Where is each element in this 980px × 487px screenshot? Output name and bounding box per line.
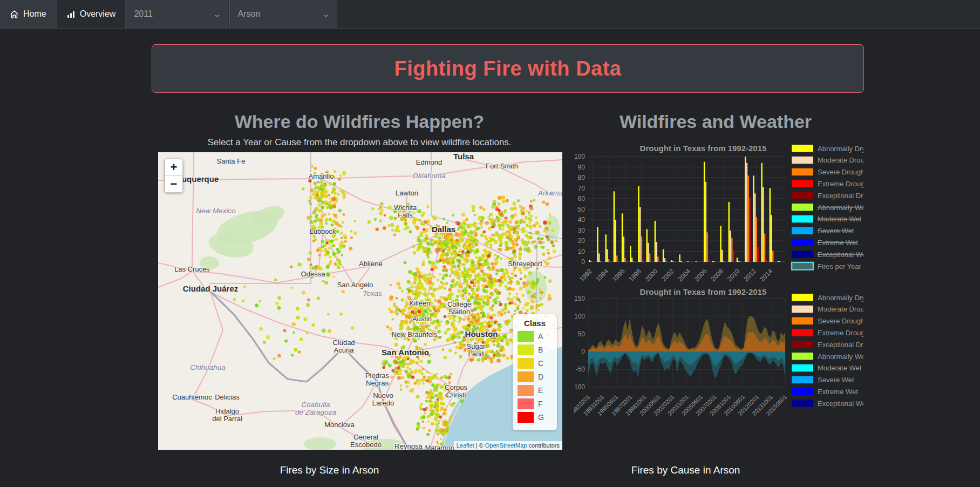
- svg-text:Drought in Texas from 1992-201: Drought in Texas from 1992-2015: [640, 144, 767, 153]
- bar: [747, 175, 749, 262]
- svg-text:Fires per Year: Fires per Year: [818, 262, 862, 270]
- map-label: Delicias: [215, 393, 240, 401]
- class-legend-row: C: [518, 358, 552, 369]
- map-label: San Antonio: [382, 348, 429, 357]
- bar: [608, 259, 610, 262]
- nav-overview-link[interactable]: Overview: [57, 0, 126, 28]
- chart-legend-item[interactable]: Moderate Wet: [792, 215, 862, 223]
- svg-text:Abnormally Wet: Abnormally Wet: [818, 353, 863, 361]
- map-label: Hidalgodel Parral: [212, 407, 242, 423]
- bar: [778, 261, 779, 262]
- chart-legend-item[interactable]: Severe Drought: [792, 317, 863, 325]
- bar: [618, 261, 620, 262]
- chart-legend-item[interactable]: Abnormally Wet: [792, 204, 863, 212]
- chart-legend-item[interactable]: Extreme Wet: [792, 239, 858, 247]
- bar: [680, 261, 682, 262]
- zoom-in-button[interactable]: +: [165, 159, 182, 176]
- year-select[interactable]: 2011 ⌄: [126, 0, 228, 28]
- map-label: Lubbock: [309, 227, 336, 235]
- chart-legend-item[interactable]: Fires per Year: [792, 262, 862, 270]
- bar: [779, 261, 781, 262]
- svg-text:1996: 1996: [611, 267, 627, 283]
- bar: [764, 233, 766, 262]
- map-label: Texas: [363, 289, 382, 297]
- class-legend-row: G: [518, 412, 552, 423]
- map-label: Shreveport: [508, 260, 542, 268]
- cause-select[interactable]: Arson ⌄: [229, 0, 337, 28]
- zoom-out-button[interactable]: −: [165, 176, 182, 192]
- bar: [729, 202, 730, 262]
- bar: [749, 198, 751, 262]
- home-icon: [10, 10, 19, 19]
- leaflet-link[interactable]: Leaflet: [457, 442, 474, 449]
- map-label: Las Cruces: [174, 265, 210, 273]
- chart-legend-item[interactable]: Extreme Drought: [792, 180, 863, 188]
- bar: [648, 243, 649, 262]
- class-swatch: [518, 358, 534, 369]
- chart-legend-item[interactable]: Severe Wet: [792, 227, 854, 235]
- chart-legend-item[interactable]: Extreme Wet: [792, 388, 858, 396]
- svg-text:Moderate Drought: Moderate Drought: [818, 156, 863, 164]
- bar: [712, 261, 713, 262]
- bar: [705, 182, 707, 262]
- banner: Fighting Fire with Data: [152, 44, 864, 93]
- chart-legend-item[interactable]: Moderate Wet: [792, 364, 862, 372]
- svg-text:1994: 1994: [594, 267, 610, 283]
- bar: [739, 261, 741, 262]
- chart-legend-item[interactable]: Exceptional Wet: [792, 251, 863, 259]
- svg-text:0: 0: [581, 258, 585, 266]
- chart-legend-item[interactable]: Severe Drought: [792, 168, 863, 176]
- nav-home-link[interactable]: Home: [0, 0, 57, 28]
- bar: [730, 231, 731, 262]
- chart-legend-item[interactable]: Extreme Drought: [792, 329, 863, 337]
- class-label: F: [538, 400, 543, 408]
- class-swatch: [518, 385, 534, 396]
- wildfire-map[interactable]: Santa FeAlbuquerqueNew MexicoLas CrucesC…: [158, 152, 562, 450]
- chart-legend-item[interactable]: Exceptional Wet: [792, 400, 863, 408]
- bar: [631, 258, 633, 262]
- bar: [623, 236, 625, 262]
- svg-text:50: 50: [578, 330, 586, 338]
- svg-text:150: 150: [574, 295, 585, 302]
- bar: [607, 249, 608, 262]
- svg-text:Abnormally Dry: Abnormally Dry: [818, 145, 863, 153]
- chart-legend-item[interactable]: Abnormally Dry: [792, 145, 863, 153]
- fires-by-size-link[interactable]: Fires by Size in Arson: [152, 464, 507, 476]
- bar: [665, 261, 667, 262]
- bar: [638, 186, 639, 262]
- map-section-heading: Where do Wildfires Happen?: [176, 111, 543, 132]
- bar: [624, 258, 626, 262]
- bar: [772, 251, 774, 262]
- chart-legend-item[interactable]: Moderate Drought: [792, 305, 863, 313]
- chart-legend-item[interactable]: Severe Wet: [792, 376, 854, 384]
- fires-by-cause-link[interactable]: Fires by Cause in Arson: [508, 464, 863, 476]
- svg-text:Severe Drought: Severe Drought: [818, 168, 863, 176]
- svg-text:100: 100: [574, 153, 585, 160]
- class-label: G: [538, 413, 544, 422]
- class-legend-row: D: [518, 371, 552, 382]
- bar: [632, 261, 634, 262]
- bar: [757, 247, 759, 262]
- bar: [655, 221, 656, 262]
- chart-legend-item[interactable]: Exceptional Drought: [792, 192, 863, 200]
- map-section-subtitle: Select a Year or Cause from the dropdown…: [176, 137, 543, 148]
- chart-legend-item[interactable]: Exceptional Drought: [792, 341, 863, 349]
- chart-legend-item[interactable]: Abnormally Dry: [792, 294, 863, 302]
- openstreetmap-link[interactable]: OpenStreetMap: [485, 442, 527, 449]
- chart-legend-item[interactable]: Abnormally Wet: [792, 353, 863, 361]
- bar: [738, 261, 739, 262]
- map-label: San Angelo: [337, 281, 373, 289]
- bar: [589, 260, 590, 262]
- bar: [672, 261, 674, 262]
- svg-text:70: 70: [578, 185, 586, 192]
- class-label: B: [538, 346, 543, 354]
- bar: [630, 246, 631, 262]
- svg-text:2008: 2008: [709, 267, 725, 283]
- year-select-value: 2011: [134, 9, 152, 19]
- class-legend-row: A: [518, 331, 552, 342]
- map-label: Abilene: [359, 260, 382, 268]
- bar: [754, 193, 756, 262]
- svg-text:Extreme Wet: Extreme Wet: [818, 388, 858, 396]
- chart-legend-item[interactable]: Moderate Drought: [792, 156, 863, 164]
- bar: [679, 254, 680, 262]
